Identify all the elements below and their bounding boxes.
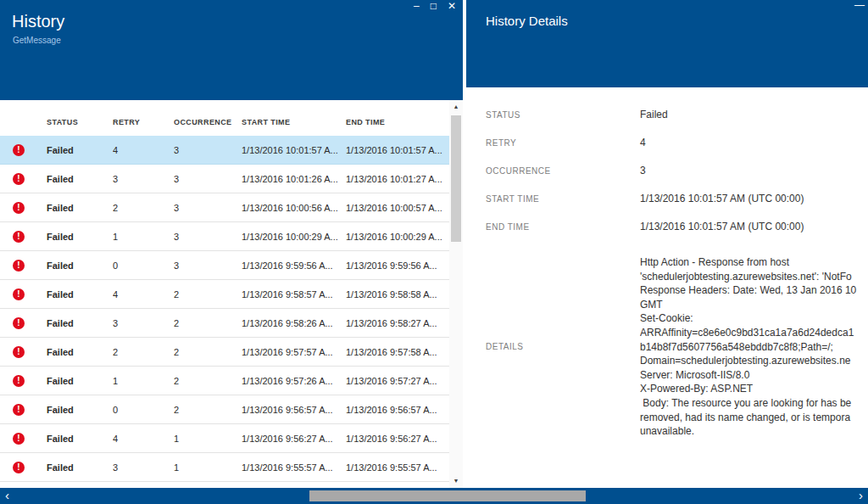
row-start-time: 1/13/2016 9:57:26 A... <box>242 376 346 386</box>
error-icon: ! <box>13 144 25 156</box>
details-section: DETAILS Http Action - Response from host… <box>466 255 868 439</box>
detail-field-label: OCCURRENCE <box>486 166 640 176</box>
error-icon: ! <box>13 288 25 300</box>
close-icon[interactable]: ✕ <box>448 0 456 12</box>
table-row[interactable]: !Failed131/13/2016 10:00:29 A...1/13/201… <box>0 222 449 251</box>
row-status: Failed <box>47 174 113 184</box>
horizontal-scrollbar[interactable]: ‹ › <box>0 488 868 504</box>
row-retry: 2 <box>113 347 174 357</box>
error-icon: ! <box>13 404 25 416</box>
row-icon-cell: ! <box>12 173 47 185</box>
table-row[interactable]: !Failed031/13/2016 9:59:56 A...1/13/2016… <box>0 251 449 280</box>
row-status: Failed <box>47 289 113 300</box>
row-end-time: 1/13/2016 9:58:27 A... <box>346 318 447 328</box>
table-row[interactable]: !Failed331/13/2016 10:01:26 A...1/13/201… <box>0 165 449 193</box>
history-table-body: !Failed431/13/2016 10:01:57 A...1/13/201… <box>0 136 449 482</box>
row-start-time: 1/13/2016 9:56:57 A... <box>242 405 346 415</box>
row-occurrence: 3 <box>174 232 242 242</box>
details-line: Set-Cookie: <box>640 311 868 326</box>
row-end-time: 1/13/2016 9:56:57 A... <box>346 405 447 415</box>
table-row[interactable]: !Failed311/13/2016 9:55:57 A...1/13/2016… <box>0 453 449 482</box>
row-retry: 3 <box>113 318 174 328</box>
row-end-time: 1/13/2016 9:57:27 A... <box>346 376 447 386</box>
row-end-time: 1/13/2016 9:55:57 A... <box>346 462 447 473</box>
table-row[interactable]: !Failed121/13/2016 9:57:26 A...1/13/2016… <box>0 367 449 395</box>
row-end-time: 1/13/2016 10:01:27 A... <box>346 174 447 184</box>
page-subtitle: GetMessage <box>13 36 61 45</box>
row-start-time: 1/13/2016 10:00:56 A... <box>242 203 346 213</box>
azure-portal-screen: History GetMessage – □ ✕ STATUS RETRY OC… <box>0 0 868 504</box>
history-blade: History GetMessage – □ ✕ STATUS RETRY OC… <box>0 0 463 488</box>
row-occurrence: 2 <box>174 376 242 386</box>
error-icon: ! <box>13 231 25 243</box>
row-status: Failed <box>47 203 113 213</box>
row-start-time: 1/13/2016 9:55:57 A... <box>242 462 346 473</box>
row-retry: 3 <box>113 462 174 473</box>
row-retry: 1 <box>113 232 174 242</box>
detail-field-label: RETRY <box>486 138 640 148</box>
vertical-scrollbar[interactable]: ▲ ▼ <box>449 100 463 488</box>
horizontal-scrollbar-thumb[interactable] <box>309 490 586 501</box>
row-occurrence: 3 <box>174 174 242 184</box>
column-header-occurrence: OCCURRENCE <box>174 118 242 126</box>
row-icon-cell: ! <box>12 346 47 358</box>
details-line: Server: Microsoft-IIS/8.0 <box>640 368 868 383</box>
error-icon: ! <box>13 346 25 358</box>
error-icon: ! <box>13 375 25 387</box>
row-retry: 4 <box>113 434 174 444</box>
scroll-up-icon[interactable]: ▲ <box>449 100 463 114</box>
column-header-start-time: START TIME <box>242 118 346 126</box>
details-line: ARRAffinity=c8e6e0c9bd31ca1a7a6d24dedca1 <box>640 326 868 340</box>
scroll-left-icon[interactable]: ‹ <box>5 488 9 503</box>
vertical-scrollbar-thumb[interactable] <box>451 115 461 242</box>
row-occurrence: 1 <box>174 462 242 473</box>
row-status: Failed <box>47 347 113 357</box>
row-status: Failed <box>47 462 113 473</box>
row-status: Failed <box>47 232 113 242</box>
row-status: Failed <box>47 434 113 444</box>
error-icon: ! <box>13 260 25 272</box>
detail-field-value: 1/13/2016 10:01:57 AM (UTC 00:00) <box>640 221 804 232</box>
history-details-body: STATUSFailedRETRY4OCCURRENCE3START TIME1… <box>466 87 868 488</box>
row-occurrence: 2 <box>174 318 242 328</box>
row-end-time: 1/13/2016 9:57:58 A... <box>346 347 447 357</box>
row-start-time: 1/13/2016 10:01:57 A... <box>242 145 346 155</box>
row-retry: 4 <box>113 145 174 155</box>
error-icon: ! <box>13 462 25 473</box>
row-end-time: 1/13/2016 10:01:57 A... <box>346 145 447 155</box>
details-line: unavailable. <box>640 424 868 439</box>
history-table-header: STATUS RETRY OCCURRENCE START TIME END T… <box>0 100 449 136</box>
row-start-time: 1/13/2016 9:57:57 A... <box>242 347 346 357</box>
row-icon-cell: ! <box>12 404 47 416</box>
table-row[interactable]: !Failed421/13/2016 9:58:57 A...1/13/2016… <box>0 280 449 309</box>
row-end-time: 1/13/2016 9:58:58 A... <box>346 289 447 300</box>
table-row[interactable]: !Failed431/13/2016 10:01:57 A...1/13/201… <box>0 136 449 165</box>
row-retry: 3 <box>113 174 174 184</box>
details-line: Body: The resource you are looking for h… <box>640 396 868 411</box>
table-row[interactable]: !Failed321/13/2016 9:58:26 A...1/13/2016… <box>0 309 449 338</box>
table-row[interactable]: !Failed221/13/2016 9:57:57 A...1/13/2016… <box>0 338 449 367</box>
detail-field: OCCURRENCE3 <box>466 165 868 193</box>
row-icon-cell: ! <box>12 144 47 156</box>
details-line: Domain=schedulerjobtesting.azurewebsites… <box>640 354 868 368</box>
row-icon-cell: ! <box>12 433 47 445</box>
scroll-right-icon[interactable]: › <box>859 488 863 503</box>
row-start-time: 1/13/2016 9:56:27 A... <box>242 434 346 444</box>
blade-minimize-icon[interactable]: — <box>854 0 865 10</box>
row-start-time: 1/13/2016 10:00:29 A... <box>242 232 346 242</box>
minimize-icon[interactable]: – <box>414 0 420 12</box>
table-row[interactable]: !Failed021/13/2016 9:56:57 A...1/13/2016… <box>0 395 449 424</box>
error-icon: ! <box>13 202 25 214</box>
row-status: Failed <box>47 318 113 328</box>
row-icon-cell: ! <box>12 317 47 329</box>
column-header-end-time: END TIME <box>346 118 447 126</box>
scroll-down-icon[interactable]: ▼ <box>449 474 463 488</box>
details-line: GMT <box>640 298 868 312</box>
row-icon-cell: ! <box>12 462 47 473</box>
maximize-icon[interactable]: □ <box>431 0 437 12</box>
error-icon: ! <box>13 317 25 329</box>
row-icon-cell: ! <box>12 375 47 387</box>
detail-field-label: STATUS <box>486 110 640 120</box>
table-row[interactable]: !Failed231/13/2016 10:00:56 A...1/13/201… <box>0 193 449 222</box>
table-row[interactable]: !Failed411/13/2016 9:56:27 A...1/13/2016… <box>0 424 449 453</box>
